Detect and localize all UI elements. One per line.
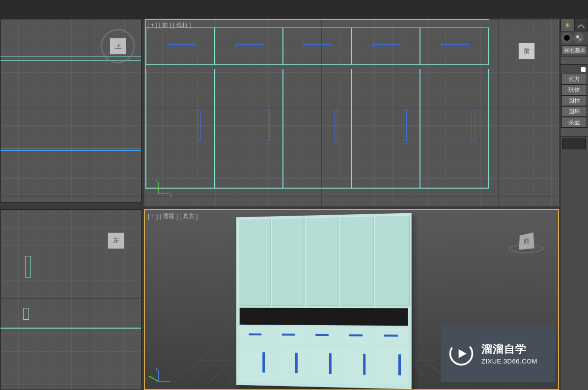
cylinder-button[interactable]: 圆柱 (561, 95, 587, 106)
watermark-sub: ZIXUE.3D66.COM (481, 358, 537, 365)
box-button[interactable]: 长方 (561, 74, 587, 84)
viewcube-face[interactable]: 前 (518, 43, 535, 59)
wireframe-cabinet[interactable] (145, 19, 489, 189)
axis-gizmo: z x (155, 179, 173, 197)
cabinet-drawers (240, 326, 408, 345)
watermark-title: 溜溜自学 (481, 342, 537, 357)
rollout-header-2[interactable]: - (560, 128, 588, 137)
svg-point-2 (564, 35, 570, 41)
teapot-button[interactable]: 茶壶 (561, 117, 587, 128)
viewport-container: 上 [ + ] [ 前 ] [ 线框 ] 前 z x (0, 19, 560, 390)
autogrid-checkbox[interactable] (581, 67, 586, 72)
panel-subcategory (560, 31, 588, 44)
wire-line (0, 148, 141, 151)
shelf-top (146, 28, 489, 65)
geometry-type-dropdown[interactable]: 标准基本 (561, 45, 587, 55)
viewport-front[interactable]: [ + ] [ 前 ] [ 线框 ] 前 z x (144, 19, 559, 206)
cabinet-upper-doors (236, 213, 412, 308)
panel-category-tabs: ☀ (560, 19, 588, 31)
shapes-icon[interactable] (573, 32, 584, 43)
axis-label: x (170, 193, 172, 198)
play-logo-icon (448, 340, 475, 367)
viewcube-face[interactable]: 左 (108, 232, 124, 249)
sun-icon: ☀ (564, 21, 571, 30)
axis-label: z (155, 178, 158, 183)
axis-label: z (156, 366, 158, 371)
autogrid-checkbox-row (560, 65, 588, 74)
axis-z (158, 370, 159, 382)
svg-marker-1 (459, 349, 467, 358)
viewport-left[interactable]: 左 (0, 209, 141, 390)
axis-x (159, 381, 170, 382)
viewport-top[interactable]: 上 (0, 19, 141, 203)
axis-x (158, 193, 170, 194)
viewport-label[interactable]: [ + ] [ 透视 ] [ 真实 ] (148, 212, 198, 221)
viewcube-top[interactable]: 上 (101, 29, 135, 63)
command-panel: ☀ 标准基本 - 长方 球体 圆柱 圆环 茶壶 - (560, 19, 588, 390)
axis-gizmo: z (156, 367, 173, 385)
tab-modify[interactable] (574, 19, 588, 31)
viewcube-face[interactable]: 前 (519, 232, 535, 250)
geometry-icon[interactable] (561, 32, 572, 43)
shelf-main (146, 69, 489, 188)
viewcube-face[interactable]: 上 (110, 38, 126, 55)
link-icon (575, 34, 583, 42)
watermark: 溜溜自学 ZIXUE.3D66.COM (441, 325, 555, 382)
tab-create[interactable]: ☀ (560, 19, 574, 31)
viewport-perspective[interactable]: [ + ] [ 透视 ] [ 真实 ] 前 z (144, 209, 559, 390)
rendered-cabinet[interactable] (236, 213, 412, 390)
viewport-label[interactable]: [ + ] [ 前 ] [ 线框 ] (147, 21, 192, 29)
viewcube-front[interactable]: 前 (509, 34, 544, 68)
viewcube-left[interactable]: 左 (99, 223, 133, 258)
title-bar (0, 0, 588, 19)
sphere-button[interactable]: 球体 (561, 84, 587, 95)
axis-z (158, 182, 159, 194)
viewcube-persp[interactable]: 前 (509, 224, 543, 258)
arc-icon (577, 21, 585, 29)
svg-point-4 (579, 38, 582, 41)
cabinet-shelf-gap (240, 308, 408, 326)
svg-point-3 (576, 35, 579, 38)
cabinet-lower-doors (240, 345, 408, 386)
name-color-field[interactable] (562, 139, 586, 149)
rollout-header[interactable]: - (560, 56, 588, 65)
torus-button[interactable]: 圆环 (561, 106, 587, 117)
